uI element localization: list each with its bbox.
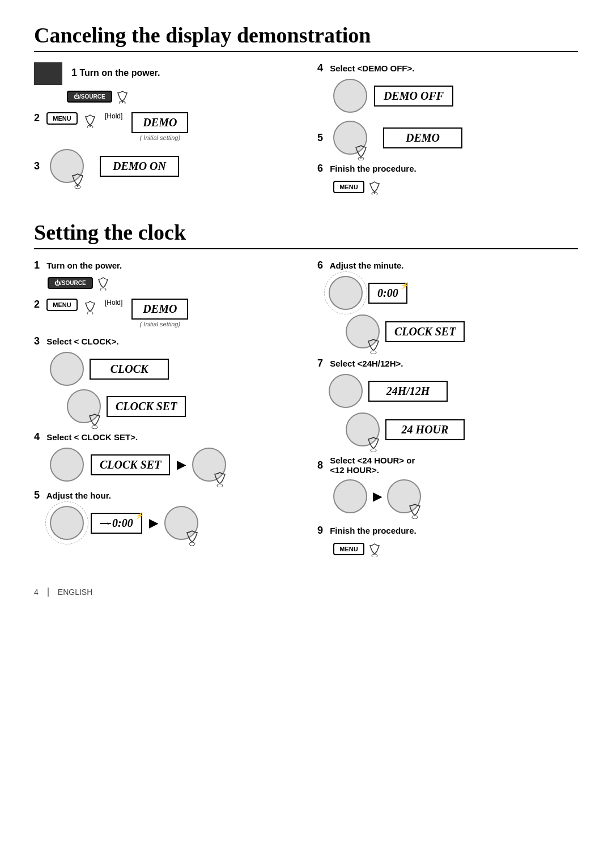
step-indicator	[34, 62, 62, 85]
svg-point-9	[189, 542, 195, 546]
clock-menu-button[interactable]: MENU	[46, 299, 78, 311]
hold-label: [Hold]	[105, 112, 122, 120]
svg-point-11	[371, 449, 376, 452]
clock-step-7: 7 Select <24H/12H>. 24H/12H	[317, 358, 578, 446]
clock-col-right: 6 Adjust the minute. 0:00 ⚡	[312, 259, 578, 565]
svg-point-6	[87, 312, 93, 314]
demo-step1-label: 1 Turn on the power.	[71, 67, 160, 79]
clock-hand-4	[211, 471, 228, 487]
arrow-5: ▶	[149, 516, 158, 530]
knob-hand-3	[69, 173, 86, 189]
footer-divider	[48, 588, 49, 597]
clock-hand-7	[365, 436, 382, 452]
clock-section: Setting the clock 1 Turn on the power. ⏻…	[34, 220, 578, 565]
clock-hold-label: [Hold]	[105, 299, 122, 307]
clock-step-9: 9 Finish the procedure. MENU	[317, 525, 578, 557]
svg-point-5	[100, 288, 106, 291]
demo-on-display: DEMO ON	[100, 156, 179, 177]
clock-menu-button-finish[interactable]: MENU	[333, 543, 364, 555]
clock-hand-6	[365, 338, 382, 354]
clock-set-display: CLOCK SET	[107, 396, 186, 417]
page-footer: 4 ENGLISH	[34, 588, 578, 597]
24hour-display: 24 HOUR	[385, 419, 465, 440]
clock-step-8: 8 Select <24 HOUR> or <12 HOUR>. ▶	[317, 456, 578, 513]
clock-divider	[34, 248, 578, 249]
source-button[interactable]: ⏻/SOURCE	[67, 91, 112, 103]
demo-step6-label: Finish the procedure.	[328, 164, 416, 173]
svg-point-10	[371, 351, 376, 354]
clock-hand-finish	[367, 541, 382, 557]
clock-hand-8	[406, 503, 423, 519]
demo-step-4: 4 Select <DEMO OFF>. DEMO OFF	[317, 62, 578, 113]
demo-col-left: 1 Turn on the power. ⏻/SOURCE 2 MENU	[34, 62, 312, 203]
clock-step-2: 2 MENU [Hold] DEMO ( Initial setting)	[34, 299, 295, 327]
demo-step-5: 5 DEMO	[317, 121, 578, 155]
menu-button-finish[interactable]: MENU	[333, 181, 364, 193]
demo-off-display: DEMO OFF	[374, 86, 453, 107]
clock-title: Setting the clock	[34, 220, 578, 245]
demo-step4-label: Select <DEMO OFF>.	[328, 63, 414, 73]
arrow-8: ▶	[373, 490, 381, 503]
demo-step-1: 1 Turn on the power. ⏻/SOURCE	[34, 62, 295, 104]
hand-icon-2	[82, 112, 98, 128]
page-number: 4	[34, 588, 39, 597]
hand-icon-finish	[367, 179, 382, 195]
svg-point-12	[412, 516, 418, 519]
clock-step-1: 1 Turn on the power. ⏻/SOURCE	[34, 259, 295, 291]
clock-hand-5	[184, 530, 201, 546]
clock-hand-3b	[86, 413, 103, 429]
demo-columns: 1 Turn on the power. ⏻/SOURCE 2 MENU	[34, 62, 578, 203]
hand-icon	[114, 88, 130, 104]
clock-demo-initial: ( Initial setting)	[140, 321, 181, 327]
svg-point-13	[372, 554, 377, 557]
demo-step-6: 6 Finish the procedure. MENU	[317, 163, 578, 195]
minute-display: 0:00	[377, 287, 398, 299]
clock-step7-label: Select <24H/12H>.	[328, 359, 403, 368]
demo-section: Canceling the display demonstration 1 Tu…	[34, 23, 578, 203]
demo-step-3: 3 DEMO ON	[34, 149, 295, 183]
clock-step8-label: Select <24 HOUR> or <12 HOUR>.	[328, 456, 415, 475]
clock-set3-display: CLOCK SET	[385, 321, 465, 342]
hour-display: 0:00	[112, 517, 133, 529]
clock-columns: 1 Turn on the power. ⏻/SOURCE 2 MENU	[34, 259, 578, 565]
clock-step-5: 5 Adjust the hour. →0:00 ⚡ ▶	[34, 490, 295, 540]
clock-demo-display: DEMO	[131, 299, 188, 320]
clock-display: CLOCK	[90, 359, 169, 380]
clock-step-4: 4 Select < CLOCK SET>. CLOCK SET ▶	[34, 431, 295, 482]
language-label: ENGLISH	[58, 588, 92, 597]
clock-step4-label: Select < CLOCK SET>.	[44, 432, 138, 442]
clock-step5-label: Adjust the hour.	[44, 491, 111, 500]
clock-step-3: 3 Select < CLOCK>. CLOCK	[34, 335, 295, 423]
demo-divider	[34, 51, 578, 52]
clock-set2-display: CLOCK SET	[91, 454, 170, 475]
demo-title: Canceling the display demonstration	[34, 23, 578, 48]
menu-button[interactable]: MENU	[46, 112, 78, 125]
arrow-4: ▶	[177, 458, 185, 471]
clock-hand-1	[95, 275, 111, 291]
demo-display: DEMO	[131, 112, 188, 133]
clock-source-button[interactable]: ⏻/SOURCE	[48, 277, 93, 289]
svg-point-8	[217, 484, 223, 487]
clock-step1-label: Turn on the power.	[44, 261, 122, 270]
24h12h-display: 24H/12H	[368, 381, 448, 402]
clock-step3-label: Select < CLOCK>.	[44, 337, 119, 346]
clock-step9-label: Finish the procedure.	[328, 526, 416, 535]
demo-initial-text: ( Initial setting)	[140, 134, 181, 141]
clock-step6-label: Adjust the minute.	[328, 261, 403, 270]
demo5-display: DEMO	[383, 127, 462, 148]
svg-point-7	[92, 426, 97, 429]
clock-col-left: 1 Turn on the power. ⏻/SOURCE 2 MENU	[34, 259, 312, 565]
demo-col-right: 4 Select <DEMO OFF>. DEMO OFF 5	[312, 62, 578, 203]
demo-step-2: 2 MENU [Hold] DEMO ( Initial setting)	[34, 112, 295, 141]
clock-hand-2	[82, 299, 98, 314]
clock-step-6: 6 Adjust the minute. 0:00 ⚡	[317, 259, 578, 348]
knob-hand-5	[352, 144, 369, 160]
